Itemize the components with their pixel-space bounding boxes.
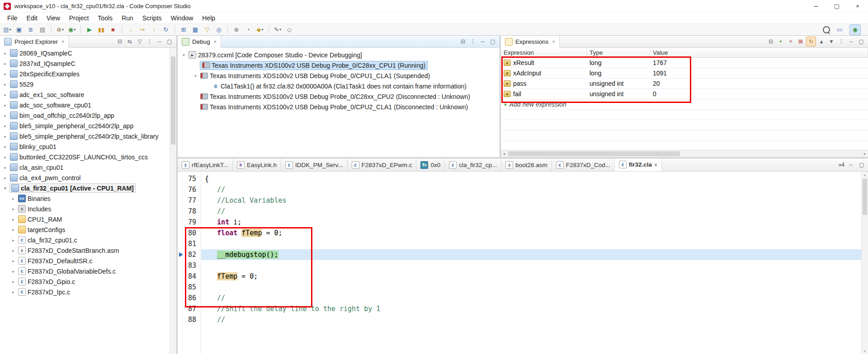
debug-tree-item[interactable]: Cla1Task1() at fir32.cla:82 0x0000A00A (… <box>178 81 500 91</box>
view-menu-icon[interactable]: ⋮ <box>145 37 154 46</box>
expression-row[interactable]: xResultlong1767 <box>501 58 868 68</box>
project-tree-item[interactable]: ▸28069_IQsampleC <box>0 48 176 58</box>
scroll-right-icon[interactable]: ▸ <box>862 150 868 157</box>
resume-icon[interactable]: ▶ <box>84 25 95 35</box>
menu-window[interactable]: Window <box>166 13 198 23</box>
maximize-icon[interactable]: ▢ <box>857 160 866 169</box>
new-file-icon[interactable]: ▤▾ <box>2 25 13 35</box>
debug-tree-item[interactable]: ▾28379.ccxml [Code Composer Studio - Dev… <box>178 50 500 60</box>
close-icon[interactable]: × <box>552 39 555 44</box>
code-line[interactable]: // <box>201 206 868 217</box>
code-line[interactable]: float fTemp = 0; <box>201 228 868 238</box>
editor-tab-iddk-pm-serv-[interactable]: IDDK_PM_Serv... <box>281 158 348 171</box>
project-tree-item[interactable]: ▾cla_fir32_cpu01 [Active - CPU1_RAM] <box>0 183 176 193</box>
debug-tree-item[interactable]: Texas Instruments XDS100v2 USB Debug Pro… <box>178 91 500 102</box>
project-tree-item[interactable]: ▸Includes <box>0 204 176 214</box>
collapse-all-icon[interactable]: ⊟ <box>115 37 124 46</box>
tab-debug[interactable]: Debug × <box>178 36 221 48</box>
debug-tree-item[interactable]: Texas Instruments XDS100v2 USB Debug Pro… <box>178 102 500 112</box>
breakpoints-icon[interactable]: ◎ <box>213 25 224 35</box>
memory-browser-icon[interactable]: ▦ <box>190 25 201 35</box>
suspend-icon[interactable]: ▮▮ <box>96 25 107 35</box>
dropdown-icon[interactable]: ▾ <box>261 28 263 32</box>
code-line[interactable]: //Shift the delay line to the right by 1 <box>201 303 868 314</box>
filter-icon[interactable]: ▽ <box>135 37 144 46</box>
refresh-icon[interactable]: ↻ <box>806 37 816 47</box>
code-line[interactable] <box>201 260 868 271</box>
project-tree-item[interactable]: ▸cla_fir32_cpu01.c <box>0 235 176 245</box>
project-tree-item[interactable]: ▸F2837xD_GlobalVariableDefs.c <box>0 266 176 276</box>
registers-icon[interactable]: ⊞ <box>178 25 189 35</box>
build-icon[interactable]: ⊛▾ <box>55 25 66 35</box>
close-icon[interactable]: × <box>654 162 657 168</box>
code-line[interactable]: // <box>201 314 868 325</box>
tree-arrow-icon[interactable]: ▸ <box>3 165 8 170</box>
expression-row[interactable]: failunsigned int0 <box>501 89 868 99</box>
close-icon[interactable]: × <box>214 39 217 44</box>
target-config-icon[interactable]: ⊛ <box>231 25 242 35</box>
profile-clock-icon[interactable]: ◔ <box>243 25 254 35</box>
tree-arrow-icon[interactable]: ▸ <box>3 51 8 56</box>
tree-arrow-icon[interactable]: ▾ <box>3 186 8 191</box>
minimize-icon[interactable]: ─ <box>847 37 856 46</box>
annotate-icon[interactable]: ✎▾ <box>272 25 283 35</box>
menu-scripts[interactable]: Scripts <box>138 13 166 23</box>
tree-arrow-icon[interactable]: ▸ <box>3 93 8 97</box>
project-tree-item[interactable]: ▸F2837xD_CodeStartBranch.asm <box>0 245 176 256</box>
code-line[interactable]: { <box>201 173 868 184</box>
tree-arrow-icon[interactable]: ▸ <box>3 144 8 149</box>
maximize-icon[interactable]: ▢ <box>165 37 174 46</box>
save-icon[interactable]: ▣ <box>14 25 24 35</box>
close-icon[interactable]: × <box>61 39 64 44</box>
project-explorer-scrollbar[interactable] <box>170 48 176 354</box>
terminate-icon[interactable]: ■ <box>108 25 118 35</box>
menu-help[interactable]: Help <box>198 13 220 23</box>
project-tree-item[interactable]: ▸CPU1_RAM <box>0 214 176 224</box>
project-tree-item[interactable]: ▸bim_oad_offchip_cc2640r2lp_app <box>0 110 176 121</box>
tree-arrow-icon[interactable]: ▸ <box>11 248 16 253</box>
dropdown-icon[interactable]: ▾ <box>279 28 281 32</box>
editor-tab-f2837xd-epwm-c[interactable]: F2837xD_EPwm.c <box>348 158 417 171</box>
save-all-icon[interactable]: ≣ <box>25 25 36 35</box>
import-icon[interactable]: ▲ <box>817 37 826 46</box>
tab-overflow-indicator[interactable]: »4 <box>839 162 844 168</box>
editor-tab-f2837xd-cod-[interactable]: F2837xD_Cod... <box>552 158 615 171</box>
project-tree-item[interactable]: ▸cla_asin_cpu01 <box>0 162 176 172</box>
editor-tab-fir32-cla[interactable]: fir32.cla× <box>615 158 661 171</box>
step-into-icon[interactable]: ↓ <box>125 25 136 35</box>
dropdown-icon[interactable]: ▾ <box>74 28 75 32</box>
debug-perspective-icon[interactable]: ◉ <box>849 24 861 35</box>
code-line[interactable]: int i; <box>201 217 868 228</box>
tree-arrow-icon[interactable]: ▸ <box>3 134 8 139</box>
project-tree-item[interactable]: ▸cla_ex4_pwm_control <box>0 172 176 183</box>
code-line[interactable]: //Local Variables <box>201 195 868 206</box>
project-tree-item[interactable]: ▸ble5_simple_peripheral_cc2640r2lp_app <box>0 121 176 131</box>
scroll-left-icon[interactable]: ◂ <box>501 150 507 157</box>
code-line[interactable]: fTemp = 0; <box>201 271 868 282</box>
debug-tree-item[interactable]: ▾Texas Instruments XDS100v2 USB Debug Pr… <box>178 70 500 81</box>
code-line[interactable]: __mdebugstop(); <box>201 249 868 260</box>
editor-tab-boot28-asm[interactable]: boot28.asm <box>501 158 552 171</box>
tree-arrow-icon[interactable]: ▸ <box>11 259 16 263</box>
tree-arrow-icon[interactable]: ▸ <box>3 61 8 66</box>
export-icon[interactable]: ▼ <box>827 37 836 46</box>
variables-icon[interactable]: ◆▾ <box>255 25 265 35</box>
minimize-icon[interactable]: ─ <box>846 160 855 169</box>
minimize-icon[interactable]: ─ <box>478 37 487 46</box>
tree-arrow-icon[interactable]: ▸ <box>3 155 8 159</box>
debug-launch-icon[interactable]: ◉▾ <box>66 25 77 35</box>
add-expression-icon[interactable]: + <box>776 37 785 46</box>
menu-file[interactable]: File <box>3 13 22 23</box>
project-tree-item[interactable]: ▸F2837xD_Gpio.c <box>0 276 176 287</box>
remove-all-icon[interactable]: ⊠ <box>796 37 805 46</box>
tree-arrow-icon[interactable]: ▾ <box>181 53 186 57</box>
expression-row[interactable]: passunsigned int20 <box>501 79 868 89</box>
tree-arrow-icon[interactable]: ▸ <box>11 217 16 222</box>
tree-arrow-icon[interactable]: ▸ <box>3 176 8 180</box>
code-line[interactable]: // <box>201 184 868 195</box>
minimize-icon[interactable]: ─ <box>155 37 164 46</box>
add-expression-row[interactable]: +Add new expression <box>501 99 868 110</box>
step-return-icon[interactable]: ↑ <box>149 25 160 35</box>
tree-arrow-icon[interactable]: ▸ <box>11 207 16 211</box>
tree-arrow-icon[interactable]: ▾ <box>193 74 198 78</box>
